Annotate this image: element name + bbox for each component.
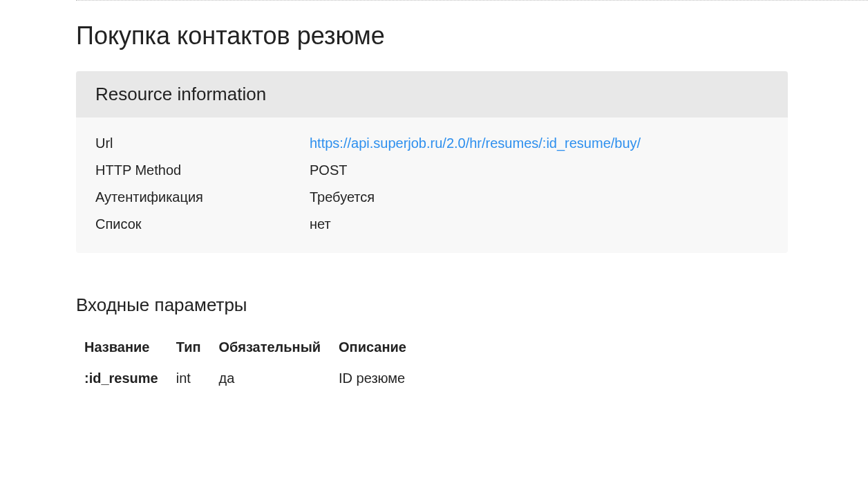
- resource-row-url: Url https://api.superjob.ru/2.0/hr/resum…: [95, 130, 768, 157]
- resource-value-http-method: POST: [310, 162, 347, 178]
- param-description-cell: ID резюме: [339, 362, 424, 395]
- resource-url-link[interactable]: https://api.superjob.ru/2.0/hr/resumes/:…: [310, 135, 641, 151]
- table-header-name: Название: [84, 332, 176, 362]
- resource-label-list: Список: [95, 216, 310, 232]
- table-header-required: Обязательный: [219, 332, 339, 362]
- resource-value-list: нет: [310, 216, 331, 232]
- param-name-cell: :id_resume: [84, 362, 176, 395]
- input-parameters-table: Название Тип Обязательный Описание :id_r…: [84, 332, 424, 395]
- resource-label-auth: Аутентификация: [95, 189, 310, 205]
- resource-information-body: Url https://api.superjob.ru/2.0/hr/resum…: [76, 118, 788, 253]
- param-type-cell: int: [176, 362, 219, 395]
- resource-row-list: Список нет: [95, 211, 768, 238]
- table-header-row: Название Тип Обязательный Описание: [84, 332, 424, 362]
- resource-value-auth: Требуется: [310, 189, 375, 205]
- resource-label-http-method: HTTP Method: [95, 162, 310, 178]
- content-container: Покупка контактов резюме Resource inform…: [0, 21, 868, 395]
- resource-information-header: Resource information: [76, 71, 788, 118]
- param-required-cell: да: [219, 362, 339, 395]
- resource-information-panel: Resource information Url https://api.sup…: [76, 71, 788, 253]
- resource-label-url: Url: [95, 135, 310, 151]
- resource-value-url: https://api.superjob.ru/2.0/hr/resumes/:…: [310, 135, 641, 151]
- resource-row-auth: Аутентификация Требуется: [95, 184, 768, 211]
- table-header-type: Тип: [176, 332, 219, 362]
- table-row: :id_resume int да ID резюме: [84, 362, 424, 395]
- table-header-description: Описание: [339, 332, 424, 362]
- resource-row-http-method: HTTP Method POST: [95, 157, 768, 184]
- input-parameters-title: Входные параметры: [76, 294, 792, 316]
- section-divider: [76, 0, 868, 1]
- page-title: Покупка контактов резюме: [76, 21, 792, 50]
